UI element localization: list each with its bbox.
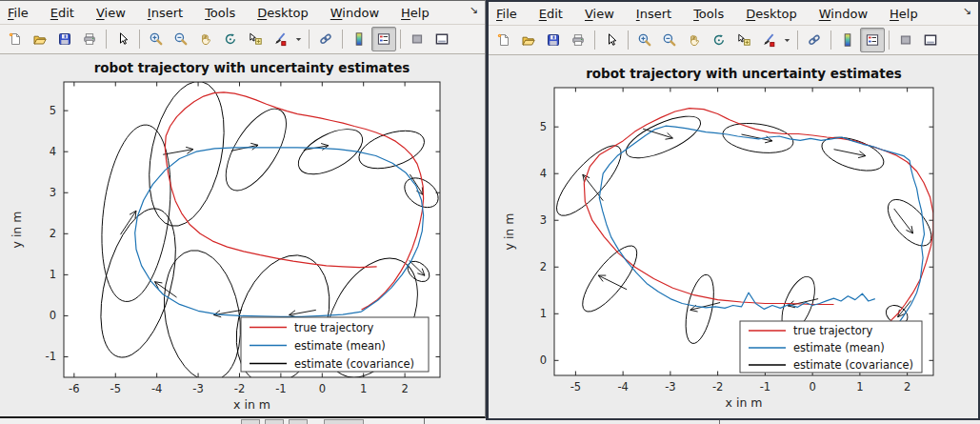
toolbar-separator xyxy=(628,30,629,50)
pointer-button[interactable] xyxy=(110,27,135,51)
x-tick-label: -5 xyxy=(570,380,581,394)
toolbar-separator xyxy=(594,30,595,50)
x-axis-label: x in m xyxy=(233,397,270,412)
menu-tools[interactable]: Tools xyxy=(205,6,235,20)
menu-tools[interactable]: Tools xyxy=(693,7,724,21)
grey-square-icon xyxy=(410,31,425,47)
insert-legend-button[interactable] xyxy=(371,27,396,51)
zoom-out-button[interactable] xyxy=(169,27,193,51)
open-file-button[interactable] xyxy=(28,27,52,51)
x-tick-label: -2 xyxy=(712,380,723,394)
link-plot-button[interactable] xyxy=(802,28,827,52)
save-figure-button[interactable] xyxy=(52,27,77,51)
show-plot-tools-button[interactable] xyxy=(918,28,943,52)
open-folder-icon xyxy=(32,31,48,47)
legend[interactable]: true trajectoryestimate (mean)estimate (… xyxy=(241,317,429,372)
colorbar-icon xyxy=(351,31,367,47)
brush-menu-caret[interactable] xyxy=(292,27,305,51)
link-plot-button[interactable] xyxy=(313,27,338,51)
x-tick-label: -3 xyxy=(665,380,675,394)
legend-label: estimate (mean) xyxy=(793,341,885,354)
data-cursor-button[interactable] xyxy=(731,28,756,52)
new-figure-button[interactable] xyxy=(491,28,516,52)
legend[interactable]: true trajectoryestimate (mean)estimate (… xyxy=(740,321,922,373)
brush-button[interactable] xyxy=(756,28,781,52)
pan-button[interactable] xyxy=(682,28,707,52)
open-file-button[interactable] xyxy=(516,28,541,52)
save-floppy-icon xyxy=(57,31,72,47)
data-cursor-button[interactable] xyxy=(243,27,268,51)
background-widget xyxy=(289,419,308,424)
toolbar-separator xyxy=(342,30,343,49)
insert-colorbar-button[interactable] xyxy=(347,27,371,51)
y-tick-label: 3 xyxy=(50,186,56,199)
dock-figure-arrow-icon[interactable]: ↘ xyxy=(963,5,971,17)
insert-legend-button[interactable] xyxy=(860,28,885,52)
zoom-out-button[interactable] xyxy=(657,28,682,52)
menu-desktop[interactable]: Desktop xyxy=(746,7,797,21)
figure-canvas[interactable]: -5-4-3-2-1012012345robot trajectory with… xyxy=(489,55,978,418)
pointer-button[interactable] xyxy=(599,28,624,52)
print-figure-button[interactable] xyxy=(77,27,102,51)
figure-area[interactable]: -6-5-4-3-2-1012-1012345robot trajectory … xyxy=(0,54,485,416)
x-tick-label: -1 xyxy=(760,380,770,394)
rotate-3d-button[interactable] xyxy=(218,27,243,51)
hide-plot-tools-button[interactable] xyxy=(893,28,918,52)
x-tick-label: -6 xyxy=(69,382,79,395)
menu-window[interactable]: Window xyxy=(819,7,868,21)
x-tick-label: -4 xyxy=(151,382,162,395)
toolbar-separator xyxy=(400,30,401,49)
y-tick-label: 0 xyxy=(540,353,547,367)
print-figure-button[interactable] xyxy=(566,28,590,52)
menu-window[interactable]: Window xyxy=(330,6,379,20)
legend-label: estimate (covariance) xyxy=(294,357,414,371)
menu-help[interactable]: Help xyxy=(401,6,430,20)
legend-label: estimate (covariance) xyxy=(793,358,913,372)
menu-edit[interactable]: Edit xyxy=(539,7,563,21)
menu-view[interactable]: View xyxy=(96,6,126,20)
dock-figure-arrow-icon[interactable]: ↘ xyxy=(470,4,478,16)
menu-file[interactable]: File xyxy=(496,7,517,21)
rotate-3d-icon xyxy=(223,31,238,47)
divider xyxy=(719,420,720,424)
menu-edit[interactable]: Edit xyxy=(50,6,74,20)
toolbar-separator xyxy=(797,30,798,50)
toolbar-separator xyxy=(309,30,310,49)
menu-insert[interactable]: Insert xyxy=(148,6,183,20)
y-tick-label: 0 xyxy=(50,309,56,322)
y-axis-label: y in m xyxy=(10,212,24,249)
x-tick-label: -3 xyxy=(192,382,203,395)
rotate-3d-button[interactable] xyxy=(707,28,731,52)
insert-colorbar-button[interactable] xyxy=(835,28,860,52)
new-document-icon xyxy=(496,32,511,48)
y-tick-label: -1 xyxy=(46,350,56,363)
caret-down-icon xyxy=(782,32,792,48)
zoom-in-icon xyxy=(149,31,164,47)
figure-area[interactable]: -5-4-3-2-1012012345robot trajectory with… xyxy=(489,55,978,418)
background-window-sliver xyxy=(0,418,486,424)
figure-canvas[interactable]: -6-5-4-3-2-1012-1012345robot trajectory … xyxy=(0,54,485,416)
y-tick-label: 5 xyxy=(540,120,547,133)
zoom-in-icon xyxy=(637,32,652,48)
screen: FileEditViewInsertToolsDesktopWindowHelp… xyxy=(0,0,980,424)
hide-plot-tools-button[interactable] xyxy=(405,27,430,51)
menu-file[interactable]: File xyxy=(8,6,29,20)
x-axis-label: x in m xyxy=(726,395,763,410)
new-figure-button[interactable] xyxy=(3,27,28,51)
x-tick-label: -1 xyxy=(275,382,286,395)
legend-label: true trajectory xyxy=(294,321,373,334)
zoom-in-button[interactable] xyxy=(632,28,657,52)
show-plot-tools-button[interactable] xyxy=(430,27,454,51)
background-widget xyxy=(241,419,260,424)
brush-button[interactable] xyxy=(268,27,292,51)
menu-view[interactable]: View xyxy=(585,7,614,21)
menu-help[interactable]: Help xyxy=(890,7,918,21)
menu-bar: FileEditViewInsertToolsDesktopWindowHelp… xyxy=(489,2,978,26)
menu-desktop[interactable]: Desktop xyxy=(257,6,309,20)
save-figure-button[interactable] xyxy=(541,28,566,52)
zoom-in-button[interactable] xyxy=(144,27,169,51)
pan-button[interactable] xyxy=(193,27,218,51)
brush-menu-caret[interactable] xyxy=(781,28,793,52)
menu-insert[interactable]: Insert xyxy=(636,7,671,21)
x-tick-label: 0 xyxy=(809,380,815,394)
